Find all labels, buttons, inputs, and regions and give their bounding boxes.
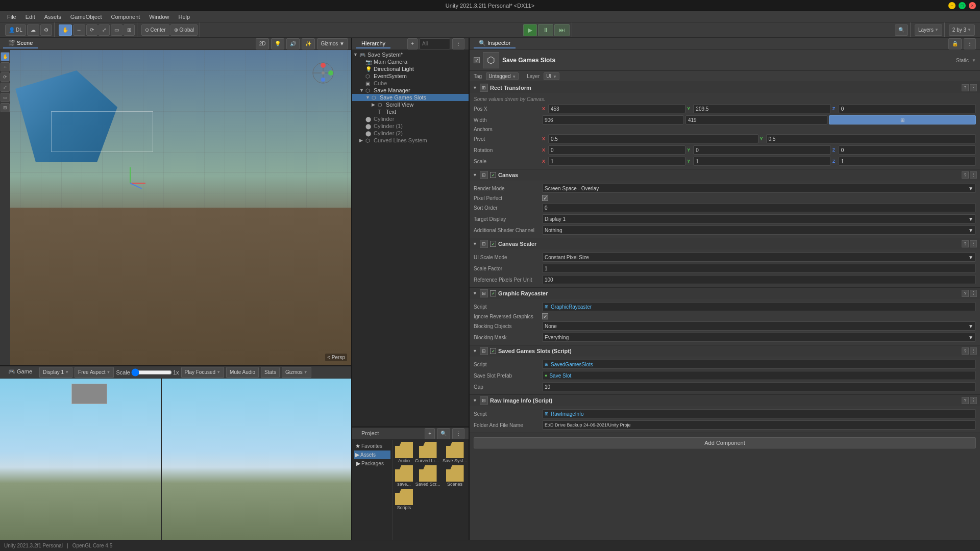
hierarchy-item-text[interactable]: T Text [352,108,469,115]
saved-games-slots-header[interactable]: ▼ ⊟ ✓ Saved Games Slots (Script) ? ⋮ [470,345,980,357]
scale-y-field[interactable] [693,157,830,166]
blocking-objects-dropdown[interactable]: None ▼ [542,321,976,331]
asset-save[interactable]: save... [395,465,413,487]
scene-fx-button[interactable]: ✨ [302,38,315,49]
rot-y-field[interactable] [693,145,830,155]
pivot-y-field[interactable] [766,134,976,143]
project-more-button[interactable]: ⋮ [452,428,464,439]
canvas-header[interactable]: ▼ ⊟ ✓ Canvas ? ⋮ [470,169,980,181]
static-dropdown-arrow[interactable]: ▼ [972,58,976,63]
save-slot-prefab-field[interactable]: ● Save Slot [542,371,976,380]
raw-script-field[interactable]: ⊞ RawImageInfo [542,409,976,418]
slots-checkbox[interactable]: ✓ [490,348,496,354]
hierarchy-item-cylinder-1[interactable]: ⬤ Cylinder (1) [352,122,469,130]
search-button[interactable]: 🔍 [895,24,908,36]
blueprint-button[interactable]: ⊞ [829,115,976,124]
rect-transform-header[interactable]: ▼ ⊞ Rect Transform ? ⋮ [470,82,980,93]
scale-slider[interactable] [131,369,172,376]
scene-lighting-button[interactable]: 💡 [271,38,284,49]
raycaster-more-button[interactable]: ⋮ [970,290,977,297]
canvas-settings-button[interactable]: ? [962,171,969,179]
hierarchy-item-curved-lines[interactable]: ▶ ⬡ Curved Lines System [352,137,469,144]
scale-x-field[interactable] [548,157,685,166]
tool-rect[interactable]: ▭ [1,93,10,102]
project-add-button[interactable]: + [425,428,435,439]
canvas-scaler-header[interactable]: ▼ ⊟ ✓ Canvas Scaler ? ⋮ [470,238,980,249]
rect-tool-button[interactable]: ▭ [111,24,122,36]
scene-tab[interactable]: 🎬 Scene [3,39,38,48]
scaler-settings-button[interactable]: ? [962,240,969,247]
rect-transform-more-button[interactable]: ⋮ [970,84,977,91]
cloud-button[interactable]: ☁ [27,24,39,36]
asset-curved[interactable]: Curved Lin... [415,442,440,463]
hierarchy-item-cube[interactable]: ▣ Cube [352,80,469,87]
canvas-active-checkbox[interactable]: ✓ [490,172,496,178]
mute-audio-button[interactable]: Mute Audio [226,367,259,378]
scaler-more-button[interactable]: ⋮ [970,240,977,247]
gap-field[interactable] [542,382,976,391]
tool-move[interactable]: ↔ [1,62,10,71]
asset-save-system[interactable]: Save Syst... [443,442,467,463]
target-display-dropdown[interactable]: Display 1 ▼ [542,214,976,223]
minimize-button[interactable]: − [948,2,955,9]
hierarchy-item-save-system[interactable]: ▼ 🎮 Save System* [352,51,469,58]
rect-transform-settings-button[interactable]: ? [962,84,969,91]
asset-scripts[interactable]: Scripts [395,489,413,510]
raycaster-settings-button[interactable]: ? [962,290,969,297]
step-button[interactable]: ⏭ [554,24,570,36]
ui-scale-mode-dropdown[interactable]: Constant Pixel Size ▼ [542,253,976,262]
slots-more-button[interactable]: ⋮ [970,347,977,355]
play-button[interactable]: ▶ [523,24,537,36]
hierarchy-item-event-system[interactable]: ⬡ EventSystem [352,72,469,80]
tree-favorites[interactable]: ★ Favorites [354,442,390,450]
inspector-more-button[interactable]: ⋮ [964,38,976,49]
close-button[interactable]: × [969,2,976,9]
scene-canvas[interactable]: ✋ ↔ ⟳ ⤢ ▭ ⊞ [0,50,351,365]
asset-saved-scripts[interactable]: Saved Scr... [415,465,440,487]
maximize-button[interactable]: □ [959,2,966,9]
canvas-more-button[interactable]: ⋮ [970,171,977,179]
hand-tool-button[interactable]: ✋ [59,24,72,36]
menu-window[interactable]: Window [145,13,173,21]
sort-order-field[interactable] [542,203,976,212]
tree-packages[interactable]: ▶ Packages [354,459,390,468]
tool-custom[interactable]: ⊞ [1,103,10,112]
pivot-x-field[interactable] [548,134,758,143]
rotate-tool-button[interactable]: ⟳ [86,24,97,36]
scene-gizmos-button[interactable]: Gizmos ▼ [317,38,348,49]
pos-z-field[interactable] [839,104,976,113]
raycaster-checkbox[interactable]: ✓ [490,290,496,296]
account-button[interactable]: 👤 DL [5,24,26,36]
move-tool-button[interactable]: ↔ [73,24,85,36]
preferences-button[interactable]: ⚙ [40,24,52,36]
hierarchy-item-save-games-slots[interactable]: ▼ ⬡ Save Games Slots [352,94,469,101]
pos-y-field[interactable] [693,104,830,113]
width-field[interactable] [542,115,684,124]
asset-audio[interactable]: Audio [395,442,413,463]
hierarchy-item-main-camera[interactable]: 📷 Main Camera [352,58,469,65]
object-active-checkbox[interactable]: ✓ [474,57,480,63]
scale-tool-button[interactable]: ⤢ [99,24,110,36]
menu-help[interactable]: Help [174,13,194,21]
render-mode-dropdown[interactable]: Screen Space - Overlay ▼ [542,184,976,193]
inspector-tab[interactable]: 🔍 Inspector [474,39,516,48]
slots-settings-button[interactable]: ? [962,347,969,355]
height-field[interactable] [685,115,827,124]
raw-image-more-button[interactable]: ⋮ [970,397,977,404]
pause-button[interactable]: ⏸ [538,24,553,36]
layers-button[interactable]: Layers ▼ [915,24,942,36]
tree-assets[interactable]: ▶ Assets [354,450,390,459]
play-focused-button[interactable]: Play Focused ▼ [181,367,225,378]
scale-z-field[interactable] [839,157,976,166]
pixel-perfect-checkbox[interactable]: ✓ [542,195,548,201]
asset-scenes[interactable]: Scenes [443,465,467,487]
raycaster-script-field[interactable]: ⊞ GraphicRaycaster [542,302,976,311]
menu-component[interactable]: Component [107,13,144,21]
tool-scale[interactable]: ⤢ [1,83,10,92]
menu-file[interactable]: File [3,13,20,21]
hierarchy-item-cylinder[interactable]: ⬤ Cylinder [352,115,469,122]
scene-2d-button[interactable]: 2D [256,38,270,49]
hierarchy-item-save-manager[interactable]: ▼ ⬡ Save Manager [352,87,469,94]
hierarchy-more-button[interactable]: ⋮ [452,38,464,49]
ref-pixels-field[interactable] [542,275,976,284]
